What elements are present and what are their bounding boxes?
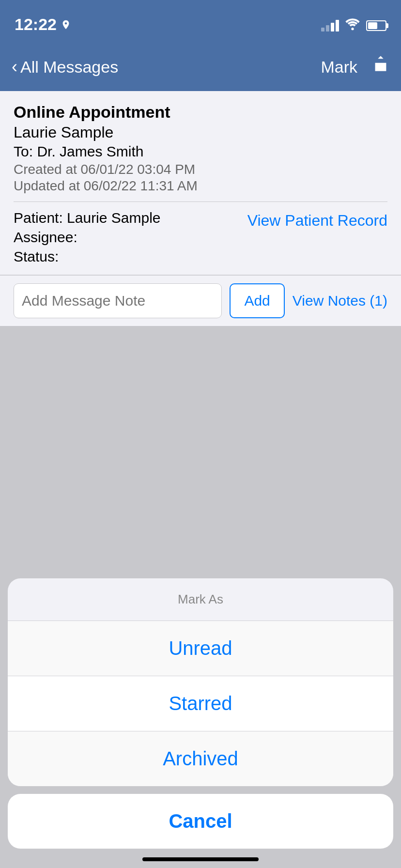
message-note-input[interactable]: [14, 283, 222, 318]
view-patient-record-button[interactable]: View Patient Record: [247, 212, 387, 230]
action-sheet-overlay: Mark As Unread Starred Archived Cancel: [0, 578, 401, 868]
assignee-line: Assignee:: [14, 229, 161, 246]
back-chevron-icon: ‹: [12, 57, 17, 77]
to-label: To:: [14, 143, 33, 159]
nav-bar: ‹ All Messages Mark: [0, 43, 401, 91]
status-line: Status:: [14, 248, 161, 265]
patient-info-row: Patient: Laurie Sample Assignee: Status:…: [14, 210, 387, 265]
notes-section: Add View Notes (1): [0, 275, 401, 326]
to-name: Dr. James Smith: [37, 143, 143, 159]
assignee-label: Assignee:: [14, 229, 77, 245]
message-created: Created at 06/01/22 03:04 PM: [14, 162, 387, 177]
action-sheet-unread[interactable]: Unread: [8, 621, 393, 676]
status-bar: 12:22: [0, 0, 401, 43]
message-to-line: To: Dr. James Smith: [14, 143, 387, 160]
action-sheet-starred[interactable]: Starred: [8, 676, 393, 731]
share-button[interactable]: [372, 55, 389, 78]
message-header: Online Appointment Laurie Sample To: Dr.…: [0, 91, 401, 275]
action-sheet-title: Mark As: [8, 578, 393, 621]
cancel-button[interactable]: Cancel: [8, 794, 393, 849]
message-from: Laurie Sample: [14, 124, 387, 141]
back-label: All Messages: [20, 58, 118, 77]
status-time: 12:22: [15, 15, 71, 34]
patient-details: Patient: Laurie Sample Assignee: Status:: [14, 210, 161, 265]
mark-as-action-sheet: Mark As Unread Starred Archived: [8, 578, 393, 786]
status-icons: [321, 17, 386, 34]
patient-label: Patient:: [14, 210, 63, 226]
svg-point-0: [351, 28, 354, 30]
back-button[interactable]: ‹ All Messages: [12, 57, 118, 77]
message-title: Online Appointment: [14, 103, 387, 122]
mark-button[interactable]: Mark: [321, 58, 357, 77]
message-updated: Updated at 06/02/22 11:31 AM: [14, 178, 387, 194]
battery-icon: [366, 20, 386, 31]
patient-name: Laurie Sample: [67, 210, 160, 226]
add-note-button[interactable]: Add: [230, 283, 284, 318]
nav-actions: Mark: [321, 55, 389, 78]
home-indicator: [142, 857, 259, 861]
patient-line: Patient: Laurie Sample: [14, 210, 161, 226]
location-icon: [61, 19, 71, 30]
view-notes-button[interactable]: View Notes (1): [293, 293, 387, 309]
signal-bars: [321, 20, 339, 31]
cancel-sheet: Cancel: [8, 794, 393, 849]
header-divider: [14, 202, 387, 202]
action-sheet-archived[interactable]: Archived: [8, 731, 393, 786]
status-label: Status:: [14, 248, 59, 264]
time-display: 12:22: [15, 15, 57, 34]
wifi-icon: [345, 17, 360, 34]
